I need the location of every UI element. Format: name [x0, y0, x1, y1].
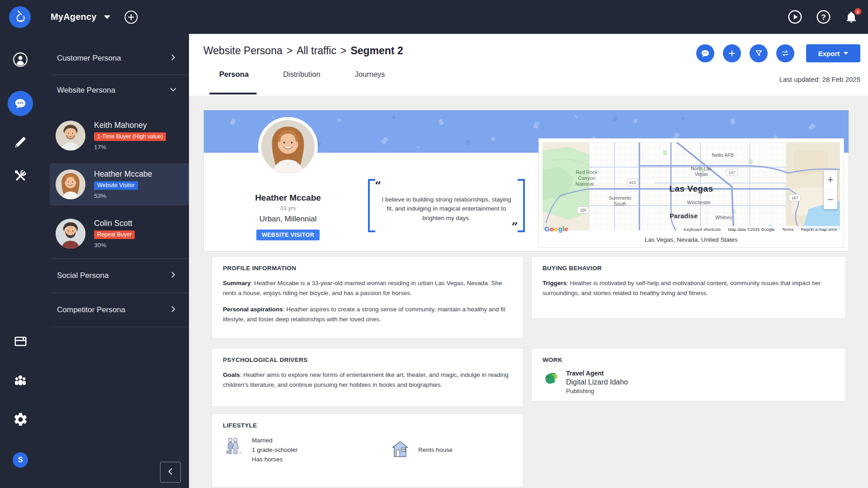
play-tour-button[interactable]: [788, 9, 802, 24]
card-title: PSYCHOLOGICAL DRIVERS: [223, 357, 512, 363]
map-attribution: Keyboard shortcuts Map data ©2025 Google…: [681, 226, 840, 233]
chat-bubble-icon: [8, 91, 33, 116]
notification-badge: 1: [854, 8, 861, 15]
job-role: Travel Agent: [566, 370, 628, 377]
user-avatar[interactable]: S: [0, 452, 41, 468]
persona-avatar: [56, 169, 85, 199]
chevron-right-icon: [168, 304, 178, 316]
terms-link[interactable]: Terms: [782, 227, 794, 232]
tab-journeys[interactable]: Journeys: [355, 70, 385, 79]
svg-text:Summerlin: Summerlin: [609, 196, 632, 201]
zoom-in-button[interactable]: +: [824, 170, 837, 190]
map-label-las-vegas: Las Vegas: [669, 184, 713, 193]
last-updated: Last updated: 28 Feb 2025: [779, 75, 860, 83]
persona-segment: Urban, Millennial: [220, 215, 356, 224]
google-logo[interactable]: Google: [544, 225, 568, 233]
person-circle-icon: [13, 52, 28, 69]
svg-text:Red Rock: Red Rock: [576, 169, 598, 175]
svg-text:Winchester: Winchester: [687, 200, 711, 205]
persona-badge: Website Visitor: [94, 181, 138, 190]
website-persona-rail-button-active[interactable]: [0, 91, 41, 116]
svg-text:North Las: North Las: [691, 166, 711, 171]
map-data-label: Map data ©2025 Google: [728, 227, 775, 232]
persona-name: Heather Mccabe: [220, 193, 356, 203]
card-title: LIFESTYLE: [223, 422, 512, 429]
chevron-left-icon: [165, 466, 176, 479]
persona-list-item-heather-selected[interactable]: Heather Mccabe Website Visitor 53%: [50, 163, 189, 206]
workspace-name[interactable]: MyAgency: [51, 12, 97, 22]
tools-icon: [13, 169, 28, 185]
buying-behavior-card: BUYING BEHAVIOR Triggers: Heather is mot…: [531, 256, 846, 319]
page-header: Website Persona>All traffic>Segment 2: [189, 34, 868, 96]
active-tab-underline: [209, 93, 257, 94]
add-segment-button[interactable]: [723, 44, 741, 62]
open-quote-mark: “: [375, 179, 381, 192]
sync-compare-button[interactable]: [776, 44, 794, 62]
settings-rail-button[interactable]: [0, 412, 41, 429]
persona-name: Colin Scott: [94, 219, 135, 228]
card-title: PROFILE INFORMATION: [223, 265, 512, 272]
keyboard-shortcuts-link[interactable]: Keyboard shortcuts: [684, 227, 721, 232]
tools-rail-button[interactable]: [0, 169, 41, 185]
caret-down-icon: [844, 52, 848, 55]
persona-age: 33 yrs: [220, 205, 356, 211]
billing-card-rail-button[interactable]: [0, 334, 41, 351]
svg-text:613: 613: [629, 180, 636, 185]
help-button[interactable]: ?: [816, 9, 831, 24]
quote-bracket-left: [368, 179, 375, 232]
notes-rail-button[interactable]: [0, 135, 41, 151]
pencil-icon: [13, 135, 28, 151]
export-button[interactable]: Export: [806, 44, 860, 62]
close-quote-mark: ”: [512, 220, 518, 233]
svg-text:Vegas: Vegas: [694, 172, 708, 177]
persona-percent: 53%: [94, 192, 152, 199]
persona-quote: “ I believe in building strong relations…: [368, 179, 525, 232]
map-zoom-control: + −: [824, 170, 837, 209]
breadcrumb-website-persona[interactable]: Website Persona: [203, 45, 283, 56]
sidebar-item-website-persona[interactable]: Website Persona: [41, 75, 189, 106]
breadcrumb-all-traffic[interactable]: All traffic: [297, 45, 336, 56]
gear-icon: [13, 412, 28, 429]
tab-bar: Persona Distribution Journeys: [219, 70, 385, 79]
route-shield-147: 147: [726, 169, 738, 176]
housing-status: Rents house: [390, 436, 453, 465]
team-rail-button[interactable]: [0, 373, 41, 390]
sidebar-item-customer-persona[interactable]: Customer Persona: [41, 42, 189, 75]
hero-card: Heather Mccabe 33 yrs Urban, Millennial …: [203, 110, 849, 252]
comment-button[interactable]: [696, 44, 714, 62]
persona-list-item-keith[interactable]: Keith Mahoney 1-Time Buyer (High value) …: [50, 114, 189, 157]
report-map-error-link[interactable]: Report a map error: [801, 227, 837, 232]
svg-text:South: South: [614, 202, 626, 206]
add-workspace-button[interactable]: [124, 10, 138, 24]
google-map[interactable]: Nellis AFB North Las Vegas Winchester Wh…: [542, 142, 840, 230]
persona-list-item-colin[interactable]: Colin Scott Repeat Buyer 30%: [50, 212, 189, 255]
lifestyle-card: LIFESTYLE Married: [212, 413, 524, 487]
tab-persona[interactable]: Persona: [219, 70, 249, 79]
app-logo[interactable]: [9, 6, 31, 28]
persona-name: Keith Mahoney: [94, 121, 166, 130]
persona-content: Heather Mccabe 33 yrs Urban, Millennial …: [189, 96, 868, 488]
tab-distribution[interactable]: Distribution: [283, 70, 321, 79]
notifications-bell-icon[interactable]: 1: [844, 10, 858, 24]
persona-avatar: [56, 219, 85, 249]
work-card: WORK Travel Agent Digital Lizard Idaho P…: [531, 348, 846, 401]
route-shield-613: 613: [627, 179, 638, 186]
workspace-caret-down-icon[interactable]: [104, 15, 110, 19]
chevron-right-icon: [168, 270, 178, 282]
zoom-out-button[interactable]: −: [824, 190, 837, 210]
card-title: WORK: [542, 357, 835, 363]
filter-button[interactable]: [750, 44, 768, 62]
customer-persona-rail-button[interactable]: [0, 52, 41, 69]
svg-text:?: ?: [821, 13, 826, 22]
persona-type-badge: WEBSITE VISITOR: [256, 230, 320, 240]
nav-panel: Customer Persona Website Persona Keith M…: [41, 34, 189, 488]
collapse-sidebar-button[interactable]: [160, 462, 181, 483]
sidebar-item-social-persona[interactable]: Social Persona: [41, 258, 189, 293]
persona-badge: 1-Time Buyer (High value): [94, 132, 166, 141]
persona-percent: 30%: [94, 242, 135, 249]
card-title: BUYING BEHAVIOR: [542, 265, 835, 272]
svg-text:Canyon: Canyon: [578, 175, 595, 181]
svg-text:Paradise: Paradise: [670, 212, 698, 220]
route-shield-167: 167: [789, 194, 801, 201]
sidebar-item-competitor-persona[interactable]: Competitor Persona: [41, 293, 189, 327]
